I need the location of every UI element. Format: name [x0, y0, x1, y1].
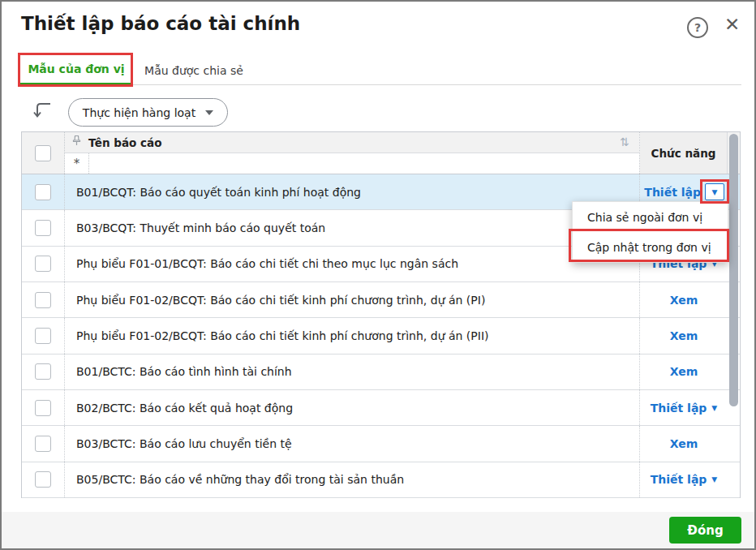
- help-icon[interactable]: ?: [687, 17, 708, 38]
- name-column-label: Tên báo cáo: [88, 136, 161, 149]
- row-checkbox[interactable]: [35, 471, 51, 488]
- row-checkbox-cell: [22, 282, 65, 317]
- action-cell: Thiết lập▼: [640, 390, 728, 425]
- row-checkbox[interactable]: [35, 400, 51, 416]
- action-link[interactable]: Thiết lập: [651, 402, 707, 415]
- report-name-cell: Phụ biểu F01-02/BCQT: Báo cáo chi tiết k…: [65, 318, 640, 353]
- report-name: B03/BCTC: Báo cáo lưu chuyển tiền tệ: [76, 437, 292, 450]
- vertical-scrollbar-thumb[interactable]: [729, 134, 738, 406]
- action-link[interactable]: Xem: [670, 437, 698, 450]
- report-name-cell: B01/BCQT: Báo cáo quyết toán kinh phí ho…: [65, 174, 640, 209]
- close-glyph: ✕: [724, 14, 740, 35]
- dropdown-caret-icon: ▼: [712, 188, 718, 196]
- report-name-cell: B02/BCTC: Báo cáo kết quả hoạt động: [65, 390, 640, 425]
- header-checkbox-cell: [22, 132, 65, 174]
- report-table: Tên báo cáo ⇅ * Chức năng B01/BCQT: Báo …: [21, 131, 741, 498]
- report-name: B03/BCQT: Thuyết minh báo cáo quyết toán: [76, 221, 325, 234]
- page-title: Thiết lập báo cáo tài chính: [21, 13, 300, 34]
- row-checkbox-cell: [22, 426, 65, 461]
- row-checkbox[interactable]: [35, 184, 51, 200]
- row-checkbox[interactable]: [35, 328, 51, 344]
- table-row[interactable]: B03/BCTC: Báo cáo lưu chuyển tiền tệ Xem: [22, 426, 740, 462]
- action-column-label: Chức năng: [651, 147, 716, 160]
- batch-actions-label: Thực hiện hàng loạt: [83, 106, 195, 119]
- row-checkbox-cell: [22, 247, 65, 281]
- report-name: Phụ biểu F01-01/BCQT: Báo cáo chi tiết c…: [76, 257, 458, 270]
- name-column-header[interactable]: Tên báo cáo ⇅ *: [65, 132, 640, 174]
- dropdown-caret-icon[interactable]: ▼: [711, 404, 717, 412]
- pin-icon: [71, 135, 82, 150]
- report-name-cell: B05/BCTC: Báo cáo về những thay đổi tron…: [65, 462, 640, 497]
- context-menu: Chia sẻ ngoài đơn vịCập nhật trong đơn v…: [572, 201, 728, 263]
- table-row[interactable]: Phụ biểu F01-02/BCQT: Báo cáo chi tiết k…: [22, 282, 740, 318]
- action-column-header: Chức năng: [640, 132, 728, 174]
- row-checkbox-cell: [22, 354, 65, 389]
- table-row[interactable]: B01/BCTC: Báo cáo tình hình tài chính Xe…: [22, 354, 740, 390]
- sort-arrow-icon[interactable]: [32, 99, 53, 125]
- star-icon: *: [74, 157, 80, 171]
- row-checkbox-cell: [22, 210, 65, 245]
- report-name: Phụ biểu F01-02/BCQT: Báo cáo chi tiết k…: [76, 294, 485, 307]
- report-name: B05/BCTC: Báo cáo về những thay đổi tron…: [76, 473, 404, 486]
- menu-item[interactable]: Chia sẻ ngoài đơn vị: [573, 202, 728, 232]
- row-checkbox-cell: [22, 318, 65, 353]
- financial-report-setup-dialog: Thiết lập báo cáo tài chính ? ✕ Mẫu của …: [0, 0, 756, 550]
- action-link[interactable]: Xem: [670, 329, 698, 342]
- dropdown-caret-icon[interactable]: ▼: [711, 475, 717, 483]
- report-name-cell: Phụ biểu F01-02/BCQT: Báo cáo chi tiết k…: [65, 282, 640, 317]
- sort-updown-icon: ⇅: [620, 135, 629, 148]
- filter-operator-cell[interactable]: *: [65, 153, 89, 174]
- report-name-cell: B03/BCQT: Thuyết minh báo cáo quyết toán: [65, 210, 640, 245]
- row-checkbox[interactable]: [35, 292, 51, 308]
- table-row[interactable]: B05/BCTC: Báo cáo về những thay đổi tron…: [22, 462, 740, 498]
- tab-label: Mẫu của đơn vị: [28, 62, 124, 75]
- row-checkbox-cell: [22, 462, 65, 497]
- row-checkbox-cell: [22, 174, 65, 209]
- chevron-down-icon: [205, 110, 213, 115]
- action-cell: Xem: [640, 282, 728, 317]
- close-icon[interactable]: ✕: [724, 15, 740, 34]
- row-checkbox[interactable]: [35, 436, 51, 452]
- tab-shared-templates[interactable]: Mẫu được chia sẻ: [141, 55, 247, 85]
- report-name: B01/BCTC: Báo cáo tình hình tài chính: [76, 365, 292, 378]
- report-name: B02/BCTC: Báo cáo kết quả hoạt động: [76, 402, 293, 415]
- select-all-checkbox[interactable]: [35, 145, 51, 161]
- dropdown-caret-button[interactable]: ▼: [705, 183, 724, 200]
- action-cell: Xem: [640, 318, 728, 353]
- report-name-cell: Phụ biểu F01-01/BCQT: Báo cáo chi tiết c…: [65, 247, 640, 281]
- action-cell: Xem: [640, 354, 728, 389]
- action-link[interactable]: Xem: [670, 365, 698, 378]
- dialog-footer: Đóng: [2, 512, 754, 548]
- action-link[interactable]: Thiết lập: [644, 186, 701, 199]
- row-checkbox[interactable]: [35, 363, 51, 380]
- close-dialog-button[interactable]: Đóng: [669, 517, 741, 544]
- report-name-cell: B01/BCTC: Báo cáo tình hình tài chính: [65, 354, 640, 389]
- report-name-filter-input[interactable]: [89, 153, 639, 174]
- tab-unit-templates[interactable]: Mẫu của đơn vị: [19, 55, 133, 85]
- tab-label: Mẫu được chia sẻ: [144, 64, 243, 77]
- menu-item[interactable]: Cập nhật trong đơn vị: [573, 232, 728, 262]
- help-glyph: ?: [694, 21, 701, 34]
- filter-row: *: [65, 153, 639, 174]
- report-name-cell: B03/BCTC: Báo cáo lưu chuyển tiền tệ: [65, 426, 640, 461]
- action-link[interactable]: Thiết lập: [651, 473, 707, 486]
- batch-actions-button[interactable]: Thực hiện hàng loạt: [68, 98, 228, 127]
- table-header: Tên báo cáo ⇅ * Chức năng: [22, 132, 740, 174]
- action-cell: Xem: [640, 426, 728, 461]
- table-row[interactable]: B02/BCTC: Báo cáo kết quả hoạt động Thiế…: [22, 390, 740, 426]
- report-name: B01/BCQT: Báo cáo quyết toán kinh phí ho…: [76, 186, 361, 199]
- row-checkbox-cell: [22, 390, 65, 425]
- table-row[interactable]: Phụ biểu F01-02/BCQT: Báo cáo chi tiết k…: [22, 318, 740, 354]
- action-cell: Thiết lập▼: [640, 462, 728, 497]
- row-checkbox[interactable]: [35, 256, 51, 272]
- row-checkbox[interactable]: [35, 220, 51, 236]
- report-name: Phụ biểu F01-02/BCQT: Báo cáo chi tiết k…: [76, 329, 489, 342]
- action-link[interactable]: Xem: [670, 294, 698, 307]
